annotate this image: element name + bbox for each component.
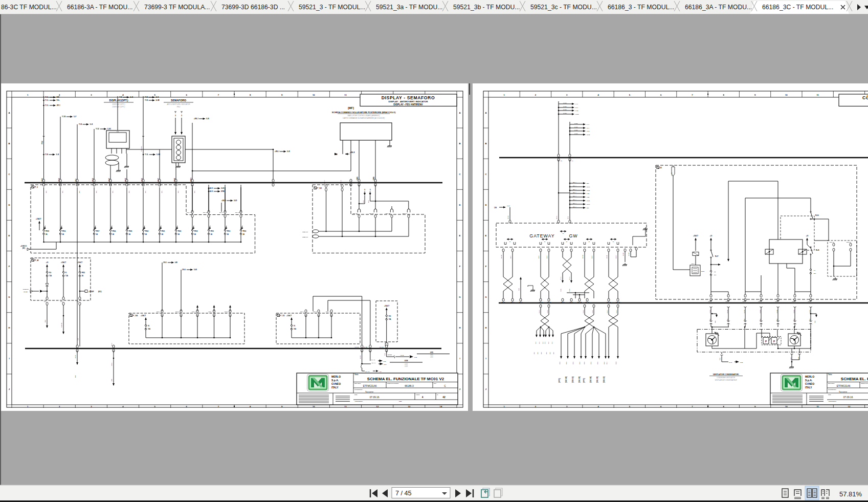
svg-text:Data:: Data: [354, 394, 358, 396]
svg-text:PR26: PR26 [113, 230, 116, 232]
svg-text:2A: 2A [46, 233, 47, 235]
svg-text:P: P [765, 340, 767, 343]
svg-text:UOM: UOM [405, 360, 408, 362]
svg-text:Approvazione:: Approvazione: [828, 401, 837, 402]
svg-text:[D2 2.9]: [D2 2.9] [578, 377, 581, 383]
svg-text:C: C [444, 385, 446, 387]
svg-text:66186_3C - TF MODUL...: 66186_3C - TF MODUL... [762, 4, 833, 11]
svg-text:X1B: X1B [384, 353, 385, 356]
svg-text:CARTE COMMANDE ELEVATEUR ARRIE: CARTE COMMANDE ELEVATEUR ARRIERE (ACCOUD… [343, 117, 385, 119]
svg-text:L6B: L6B [175, 261, 177, 264]
svg-text:3: 3 [181, 115, 182, 117]
svg-text:Y1.B: Y1.B [45, 154, 48, 156]
svg-text:PR30: PR30 [243, 230, 247, 232]
svg-text:12N: 12N [494, 207, 497, 209]
svg-text:I: I [485, 357, 486, 360]
svg-text:2A: 2A [62, 233, 64, 235]
svg-text:Y1.B: Y1.B [79, 123, 82, 125]
svg-text:C: C [485, 173, 486, 176]
svg-text:MLN: MLN [604, 362, 605, 364]
svg-text:UOM: UOM [405, 363, 408, 365]
svg-text:4: 4 [422, 396, 424, 399]
svg-text:KLE: KLE [384, 361, 386, 362]
svg-text:Data:: Data: [828, 394, 831, 396]
svg-text:2A: 2A [162, 233, 163, 235]
svg-text:X1A3: X1A3 [539, 310, 540, 313]
svg-text:2X8: 2X8 [111, 379, 113, 381]
svg-text:X14: X14 [77, 338, 79, 340]
svg-text:66186-3A - TF MODU...: 66186-3A - TF MODU... [67, 4, 132, 11]
svg-text:ANTI-OVERTURN. INDICATOR: ANTI-OVERTURN. INDICATOR [166, 103, 190, 105]
svg-text:GFD: GFD [430, 354, 433, 356]
svg-text:ITALY: ITALY [805, 386, 812, 389]
svg-text:3L.2D: 3L.2D [587, 190, 590, 191]
svg-text:S.p.A.: S.p.A. [805, 379, 813, 382]
svg-text:Y2C4: Y2C4 [775, 301, 778, 302]
svg-text:[D2 3.6]: [D2 3.6] [565, 377, 567, 383]
svg-text:57.81%: 57.81% [839, 490, 862, 498]
svg-text:2X6.3: 2X6.3 [163, 261, 167, 264]
svg-text:H: H [485, 326, 486, 329]
svg-text:PR10: PR10 [227, 230, 231, 232]
svg-text:PR16: PR16 [62, 230, 66, 232]
svg-text:K 89A/YL: K 89A/YL [141, 146, 142, 151]
svg-text:Y1.1L: Y1.1L [45, 96, 49, 98]
svg-text:11: 11 [344, 94, 347, 96]
svg-text:FE.B: FE.B [798, 357, 799, 360]
svg-text:B: B [8, 142, 10, 145]
svg-text:X2.A: X2.A [606, 362, 607, 364]
svg-text:B: B [485, 142, 486, 145]
svg-text:CANL: CANL [574, 126, 578, 128]
svg-text:MLN: MLN [597, 362, 598, 364]
svg-text:2A: 2A [194, 233, 196, 235]
svg-text:CN56_3C: CN56_3C [302, 231, 308, 233]
svg-text:GATEWAY: GATEWAY [529, 233, 554, 238]
svg-text:CANL: CANL [574, 133, 578, 135]
svg-text:Y2C4: Y2C4 [792, 301, 795, 302]
svg-text:+15ACT: +15ACT [141, 315, 146, 317]
svg-text:20A: 20A [714, 274, 717, 276]
svg-text:E: E [459, 234, 461, 237]
svg-text:R5E: R5E [715, 320, 716, 323]
svg-text:ETFMC01A6: ETFMC01A6 [837, 385, 851, 387]
svg-text:KL15: KL15 [569, 289, 570, 292]
svg-text:VENTILATORI CONDENSATORI: VENTILATORI CONDENSATORI [713, 374, 739, 376]
svg-text:11: 11 [816, 405, 819, 408]
svg-text:+15ACT: +15ACT [36, 218, 41, 220]
svg-text:CANL: CANL [574, 123, 578, 124]
svg-text:Approvazione:: Approvazione: [354, 401, 363, 402]
svg-text:2X1_36: 2X1_36 [353, 213, 358, 214]
svg-text:MERLO: MERLO [331, 375, 341, 378]
svg-text:Mod. Morie: Mod. Morie [354, 383, 361, 384]
svg-text:+TL.4: +TL.4 [569, 276, 570, 280]
svg-text:CANH: CANH [563, 106, 567, 107]
svg-text:Gx.51: Gx.51 [507, 215, 509, 219]
svg-text:BRA: BRA [44, 320, 46, 322]
svg-text:X1A7: X1A7 [616, 310, 617, 313]
svg-text:07.09.16: 07.09.16 [843, 396, 853, 399]
svg-text:SCHEDA COMANDO SOLLEVATORE POS: SCHEDA COMANDO SOLLEVATORE POSTERIORE (B… [332, 111, 396, 114]
svg-text:(B1,2B): (B1,2B) [24, 291, 28, 293]
svg-text:XC.57: XC.57 [360, 355, 361, 359]
svg-text:F: F [9, 265, 10, 268]
svg-text:2X1_3B: 2X1_3B [386, 213, 390, 214]
svg-text:D1: D1 [660, 167, 662, 169]
svg-text:C: C [459, 173, 460, 176]
svg-text:2A: 2A [145, 233, 147, 235]
svg-text:L.B3: L.B3 [587, 197, 590, 198]
svg-text:20A: 20A [814, 273, 816, 274]
svg-text:BLK: BLK [587, 207, 589, 208]
svg-text:JE3: JE3 [727, 318, 728, 321]
svg-text:[FPT]: [FPT] [559, 378, 561, 383]
svg-text:1L.BC: 1L.BC [107, 128, 112, 130]
svg-text:2R3B: 2R3B [221, 190, 225, 192]
svg-text:I: I [9, 357, 9, 360]
svg-text:7,5A: 7,5A [49, 275, 52, 277]
svg-text:2A: 2A [96, 233, 98, 235]
svg-text:Y1.45: Y1.45 [727, 310, 728, 313]
svg-text:X14.46: X14.46 [371, 359, 375, 361]
svg-text:FEU: FEU [177, 106, 181, 108]
svg-text:2X2_4: 2X2_4 [209, 311, 213, 313]
svg-text:+KL15: +KL15 [400, 355, 404, 356]
svg-text:Y1.52: Y1.52 [96, 128, 99, 130]
